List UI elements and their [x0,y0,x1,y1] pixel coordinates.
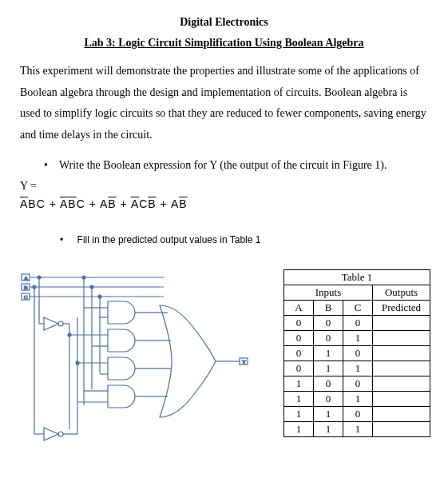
cell-b: 1 [314,361,343,376]
cell-p [373,422,430,437]
cell-p [373,376,430,392]
cell-c: 1 [343,392,373,407]
bullet-dot-icon: • [60,234,63,245]
table-title: Table 1 [284,270,430,285]
svg-point-45 [98,295,101,298]
handwritten-expression: ABC + ABC + AB + ACB + AB [20,197,428,210]
cell-a: 0 [284,346,314,361]
cell-b: 1 [314,346,343,361]
cell-a: 1 [284,392,314,407]
cell-p [373,392,430,407]
term5-a: A [171,197,179,210]
svg-text:A: A [24,275,28,281]
cell-p [373,316,430,331]
col-c: C [343,301,373,316]
table-row: 010 [284,346,430,361]
bullet-dot-icon: • [44,157,48,173]
plus-3: + [121,197,131,210]
cell-a: 0 [284,331,314,346]
plus-1: + [50,197,60,210]
page-title: Digital Electronics [20,16,428,29]
cell-b: 0 [314,392,343,407]
svg-text:B: B [24,285,28,291]
cell-c: 1 [343,331,373,346]
bullet-1-text: Write the Boolean expression for Y (the … [59,157,387,173]
svg-point-43 [82,276,85,279]
term4-a: A [131,197,139,210]
col-predicted: Predicted [373,301,430,316]
cell-c: 1 [343,361,373,376]
term3-b: B [108,197,116,210]
circuit-svg: A B C [20,269,260,445]
plus-4: + [161,197,171,210]
cell-a: 1 [284,407,314,422]
bullet-item-1: • Write the Boolean expression for Y (th… [44,157,428,173]
col-a: A [284,301,314,316]
cell-a: 0 [284,316,314,331]
term3-a: A [100,197,108,210]
cell-c: 0 [343,346,373,361]
table-row: 111 [284,422,430,437]
col-b: B [314,301,343,316]
cell-a: 0 [284,361,314,376]
cell-a: 1 [284,376,314,392]
term2-a: A [60,197,68,210]
table-row: 101 [284,392,430,407]
cell-p [373,331,430,346]
cell-b: 0 [314,376,343,392]
header-inputs: Inputs [284,285,373,301]
cell-b: 1 [314,422,343,437]
svg-point-47 [76,361,79,364]
cell-p [373,346,430,361]
term1-b: B [28,197,36,210]
cell-b: 1 [314,407,343,422]
svg-point-44 [90,285,93,289]
plus-2: + [89,197,100,210]
term5-b: B [179,197,187,210]
svg-text:C: C [24,294,28,301]
table-row: 001 [284,331,430,346]
table-row: 110 [284,407,430,422]
term2-c: C [77,197,85,210]
term1-c: C [37,197,46,210]
cell-b: 0 [314,331,343,346]
term4-b: B [148,197,156,210]
cell-b: 0 [314,316,343,331]
table-row: 000 [284,316,430,331]
term2-b: B [68,197,76,210]
cell-c: 1 [343,422,373,437]
expression-label: Y = [20,180,428,193]
svg-point-46 [68,333,71,337]
circuit-diagram: A B C [20,269,260,445]
term4-c: C [139,197,148,210]
intro-paragraph: This experiment will demonstrate the pro… [20,61,428,145]
header-outputs: Outputs [373,285,430,301]
lab-subtitle: Lab 3: Logic Circuit Simplification Usin… [20,37,428,50]
svg-point-41 [38,276,41,279]
table-row: 100 [284,376,430,392]
cell-c: 0 [343,407,373,422]
cell-c: 0 [343,316,373,331]
cell-c: 0 [343,376,373,392]
cell-a: 1 [284,422,314,437]
truth-table: Table 1 Inputs Outputs A B C Predicted 0… [283,269,430,437]
cell-p [373,407,430,422]
term1-a: A [20,197,28,210]
svg-text:Y: Y [242,359,246,365]
bullet-2-text: Fill in the predicted output values in T… [77,234,261,245]
bullet-item-2: • Fill in the predicted output values in… [60,234,428,245]
table-row: 011 [284,361,430,376]
cell-p [373,361,430,376]
svg-point-42 [33,285,36,289]
